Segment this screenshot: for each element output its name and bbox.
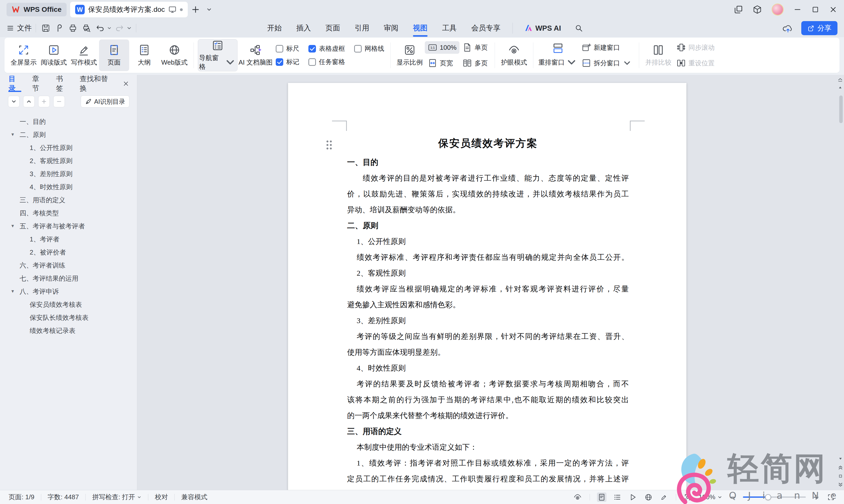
outline-item-6[interactable]: 三、用语的定义 — [0, 194, 137, 206]
print-preview-button[interactable] — [81, 22, 92, 34]
close-sidebar-icon[interactable] — [122, 80, 129, 87]
sidebar-tab-1[interactable]: 章节 — [32, 75, 45, 92]
search-icon[interactable] — [575, 24, 583, 32]
user-avatar[interactable] — [772, 3, 784, 16]
edit-pen-button[interactable] — [659, 492, 669, 502]
status-dropdown-chevron-icon[interactable] — [137, 495, 142, 500]
web-view-button[interactable] — [644, 492, 653, 502]
maximize-button[interactable] — [811, 5, 819, 14]
zoom-in-button[interactable] — [812, 493, 820, 502]
ribbon-new-window-button[interactable]: 新建窗口 — [579, 41, 635, 54]
ribbon-rearrange-windows-button[interactable]: 重排窗口 — [537, 39, 579, 71]
outline-item-16[interactable]: 绩效考核记录表 — [0, 324, 137, 337]
scroll-down-arrow[interactable] — [838, 456, 843, 461]
previous-page-button[interactable] — [838, 464, 844, 470]
outline-item-0[interactable]: 一、目的 — [0, 115, 137, 128]
ribbon-multi-page-button[interactable]: 多页 — [460, 57, 491, 69]
wps-home-tab[interactable]: WPS Office — [6, 3, 67, 16]
ribbon-view-mode-page-mode[interactable]: 页面 — [99, 39, 129, 71]
doc-title[interactable]: 保安员绩效考评方案 — [347, 136, 629, 151]
ribbon-view-mode-fullscreen-arrows[interactable]: 全屏显示 — [8, 39, 39, 71]
outline-item-11[interactable]: 六、考评者训练 — [0, 259, 137, 272]
checkbox-4[interactable]: 任务窗格 — [308, 57, 345, 66]
checkbox-box[interactable] — [308, 45, 316, 53]
doc-line-8[interactable]: 绩效考评应当根据明确规定的考评标准，针对客观考评资料进行评价，尽量 — [347, 281, 629, 297]
ribbon-view-mode-web-mode[interactable]: Web版式 — [159, 39, 190, 71]
expand-all-button[interactable] — [8, 96, 20, 107]
outline-item-13[interactable]: ▼八、考评申诉 — [0, 285, 137, 298]
fullscreen-button[interactable] — [826, 493, 836, 502]
doc-line-3[interactable]: 异动、培训及薪酬变动等的依据。 — [347, 202, 629, 218]
doc-line-15[interactable]: 该将本期之前的行为强加于当期的考评结果中,也不能取近期的绩效和比较突出 — [347, 392, 629, 408]
zoom-slider-knob[interactable] — [765, 494, 771, 500]
vertical-scrollbar-thumb[interactable] — [839, 95, 843, 123]
doc-line-0[interactable]: 一、目的 — [347, 154, 629, 170]
ribbon-split-window-button[interactable]: 拆分窗口 — [579, 57, 635, 69]
doc-line-20[interactable]: 定员工的工作任务完成情况、工作职责履行程度和员工的发展情况，并将上述评 — [347, 471, 629, 487]
outline-item-10[interactable]: 2、被评价者 — [0, 246, 137, 259]
ribbon-eye-protection-button[interactable]: 护眼模式 — [499, 39, 529, 71]
doc-line-19[interactable]: 1、绩效考评：指考评者对照工作目标或绩效标准，采用一定的考评方法，评 — [347, 455, 629, 471]
status-item-2[interactable]: 拼写检查: 打开 — [92, 493, 142, 502]
doc-line-13[interactable]: 4、时效性原则 — [347, 360, 629, 376]
doc-line-5[interactable]: 1、公开性原则 — [347, 233, 629, 249]
ribbon-nav-pane-button[interactable]: 导航窗格 — [198, 39, 237, 71]
paragraph-drag-handle[interactable] — [326, 140, 333, 150]
menu-tab-0[interactable]: 开始 — [267, 19, 282, 37]
ribbon-zoom-100-button[interactable]: 1:1100% — [425, 41, 460, 54]
export-pdf-button[interactable] — [54, 22, 65, 34]
minimize-button[interactable] — [793, 5, 802, 14]
workspace-layers-icon[interactable] — [734, 5, 743, 14]
zoom-slider[interactable] — [743, 497, 806, 498]
status-item-0[interactable]: 页面: 1/9 — [8, 493, 34, 502]
3d-cube-icon[interactable] — [753, 5, 762, 14]
checkbox-3[interactable]: 标记 — [276, 57, 299, 66]
ribbon-page-width-button[interactable]: 页宽 — [425, 57, 460, 69]
checkbox-box[interactable] — [276, 58, 283, 66]
ribbon-sync-scroll-button[interactable]: 同步滚动 — [674, 41, 718, 54]
ribbon-zoom-ratio-button[interactable]: 显示比例 — [395, 39, 425, 71]
zoom-in-outline-button[interactable] — [38, 96, 50, 107]
doc-line-21[interactable]: 定结果反馈给员工的过程，绩效考评是绩效考核和评价的总称。 — [347, 487, 629, 490]
document-tab[interactable]: W 保安员绩效考评方案.doc — [70, 2, 188, 17]
doc-line-11[interactable]: 考评的等级之间应当有鲜明的差别界限，针对不同的考评结果在工资、晋升、 — [347, 328, 629, 344]
sidebar-tab-2[interactable]: 书签 — [56, 75, 69, 92]
toolbar-customize-chevron[interactable] — [126, 25, 132, 31]
share-button[interactable]: 分享 — [801, 21, 838, 35]
checkbox-box[interactable] — [276, 45, 283, 53]
outline-view-button[interactable] — [612, 492, 622, 502]
outline-item-14[interactable]: 保安员绩效考核表 — [0, 298, 137, 311]
tab-wps-ai[interactable]: WPS AI — [513, 23, 561, 34]
expand-arrow-icon[interactable]: ▼ — [11, 132, 15, 137]
read-view-button[interactable] — [628, 492, 638, 502]
outline-item-12[interactable]: 七、考评结果的运用 — [0, 272, 137, 285]
collapse-all-button[interactable] — [23, 96, 35, 107]
document-page[interactable]: 保安员绩效考评方案 一、目的绩效考评的目的是对被考评者进行工作业绩、能力、态度等… — [288, 83, 686, 490]
status-item-1[interactable]: 字数: 4487 — [48, 493, 79, 502]
status-item-4[interactable]: 兼容模式 — [181, 493, 208, 502]
zoom-level-control[interactable]: 100% — [699, 493, 723, 501]
file-menu-button[interactable]: 文件 — [6, 23, 32, 33]
menu-tab-1[interactable]: 插入 — [296, 19, 311, 37]
checkbox-2[interactable]: 网格线 — [354, 44, 384, 53]
cloud-upload-icon[interactable] — [783, 23, 793, 33]
expand-arrow-icon[interactable]: ▼ — [11, 289, 15, 294]
doc-line-1[interactable]: 绩效考评的目的是对被考评者进行工作业绩、能力、态度等的定量、定性评 — [347, 170, 629, 186]
ribbon-side-by-side-button[interactable]: 并排比较 — [643, 39, 674, 71]
scroll-up-arrow[interactable] — [838, 85, 843, 90]
doc-line-10[interactable]: 3、差别性原则 — [347, 312, 629, 328]
doc-line-9[interactable]: 避免掺入主观性因素和感情色彩。 — [347, 297, 629, 312]
page-view-button[interactable] — [597, 492, 607, 502]
outline-item-7[interactable]: 四、考核类型 — [0, 206, 137, 220]
zoom-out-outline-button[interactable] — [53, 96, 65, 107]
doc-line-2[interactable]: 价，以鼓励先进、鞭策落后，实现绩效的持续改进，并以绩效考核结果作为员工 — [347, 186, 629, 202]
checkbox-0[interactable]: 标尺 — [276, 44, 299, 53]
ribbon-view-mode-outline-mode[interactable]: 大纲 — [129, 39, 159, 71]
outline-item-1[interactable]: ▼二、原则 — [0, 128, 137, 141]
print-button[interactable] — [67, 22, 79, 34]
ribbon-single-page-button[interactable]: 单页 — [460, 41, 491, 54]
outline-item-2[interactable]: 1、公开性原则 — [0, 141, 137, 154]
ribbon-ai-mindmap-button[interactable]: AI 文档脑图 — [237, 39, 274, 71]
outline-item-5[interactable]: 4、时效性原则 — [0, 180, 137, 194]
checkbox-box[interactable] — [354, 45, 362, 53]
